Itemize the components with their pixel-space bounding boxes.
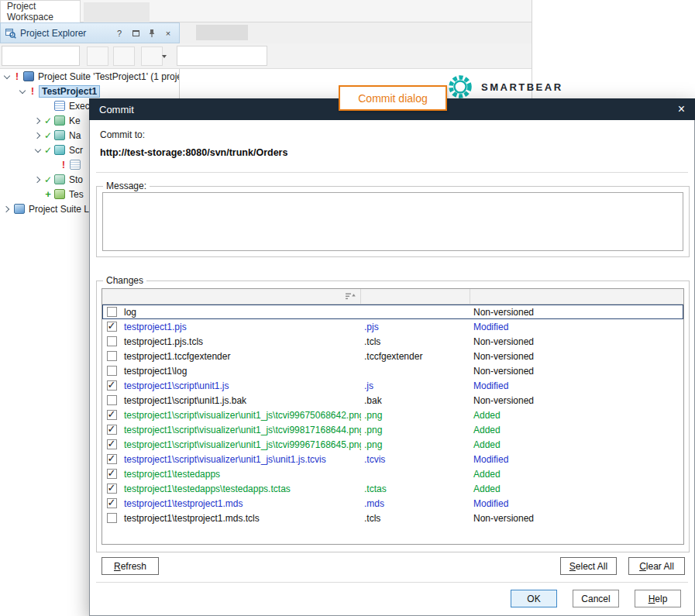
change-row[interactable]: testproject1\testedapps\testedapps.tctas… xyxy=(102,481,683,496)
chevron-icon[interactable] xyxy=(34,146,43,155)
chevron-icon[interactable] xyxy=(50,160,59,170)
change-row[interactable]: testproject1\testproject1.mds.tcls .tcls… xyxy=(102,511,683,525)
column-header-status[interactable] xyxy=(470,289,683,304)
row-status: Added xyxy=(470,469,683,480)
row-filename: testproject1.tccfgextender xyxy=(121,351,361,362)
toolbar-search-box[interactable] xyxy=(177,46,267,66)
chevron-icon[interactable] xyxy=(34,175,43,184)
row-checkbox[interactable] xyxy=(107,395,117,405)
message-group-label: Message: xyxy=(103,181,150,191)
status-badge-icon: ! xyxy=(28,87,37,96)
tab-project-workspace[interactable]: Project Workspace xyxy=(0,0,81,22)
row-extension: .tcls xyxy=(361,513,470,524)
row-checkbox[interactable] xyxy=(107,366,117,376)
tree-item[interactable]: ! Project Suite 'TestProject1' (1 projec xyxy=(0,69,179,84)
row-filename: testproject1\testproject1.mds xyxy=(121,498,361,509)
change-row[interactable]: testproject1\script\visualizer\unit1_js\… xyxy=(102,437,683,452)
row-filename: testproject1\script\visualizer\unit1_js\… xyxy=(121,425,361,435)
status-badge-icon: ✓ xyxy=(43,146,53,155)
change-row[interactable]: testproject1\script\visualizer\unit1_js\… xyxy=(102,422,683,437)
row-checkbox[interactable] xyxy=(107,513,117,523)
annotation-callout: Commit dialog xyxy=(339,85,447,111)
column-header-name[interactable] xyxy=(102,289,361,304)
tree-item-icon xyxy=(14,204,25,214)
row-filename: testproject1\script\unit1.js xyxy=(121,380,361,391)
help-button[interactable]: Help xyxy=(635,590,681,607)
smartbear-logo: SMARTBEAR xyxy=(446,73,563,101)
change-row[interactable]: testproject1\script\visualizer\unit1_js\… xyxy=(102,408,683,422)
toolbar-button[interactable] xyxy=(113,46,135,66)
chevron-icon[interactable] xyxy=(34,131,43,140)
row-checkbox[interactable] xyxy=(107,410,117,420)
commit-dialog: Commit × Commit to: http://test-storage:… xyxy=(89,98,695,616)
change-row[interactable]: log Non-versioned xyxy=(102,305,683,319)
row-extension: .js xyxy=(361,380,470,391)
dialog-close-icon[interactable]: × xyxy=(668,103,685,115)
changes-table: log Non-versioned testproject1.pjs .pjs … xyxy=(101,288,684,545)
row-extension: .tcvis xyxy=(361,454,470,465)
chevron-icon[interactable] xyxy=(34,116,43,126)
change-row[interactable]: testproject1\script\unit1.js .js Modifie… xyxy=(102,378,683,393)
refresh-button[interactable]: Refresh xyxy=(101,557,159,575)
toolbar-button[interactable] xyxy=(141,46,163,66)
pin-icon[interactable] xyxy=(146,27,158,40)
divider xyxy=(96,582,688,583)
screen: Project Workspace Project Explorer ? × xyxy=(0,0,695,616)
change-row[interactable]: testproject1\testproject1.mds .mds Modif… xyxy=(102,496,683,511)
change-row[interactable]: testproject1.pjs .pjs Modified xyxy=(102,319,683,334)
chevron-down-icon[interactable] xyxy=(162,55,167,58)
dialog-title: Commit xyxy=(99,104,134,115)
testcomplete-gear-icon xyxy=(446,73,474,101)
row-filename: log xyxy=(121,307,361,318)
column-header-extension[interactable] xyxy=(361,289,470,304)
toolbar-combo[interactable] xyxy=(2,46,80,66)
inactive-tab[interactable] xyxy=(84,2,150,22)
row-extension: .tccfgextender xyxy=(361,351,470,362)
row-checkbox[interactable] xyxy=(107,484,117,494)
select-all-button[interactable]: Select All xyxy=(560,557,617,575)
tree-item-icon xyxy=(70,160,81,170)
tree-item-icon xyxy=(54,145,65,155)
row-checkbox[interactable] xyxy=(107,425,117,435)
commit-to-label: Commit to: xyxy=(100,129,145,140)
tree-item[interactable]: ! TestProject1 xyxy=(0,84,179,98)
chevron-icon[interactable] xyxy=(34,102,43,111)
row-extension: .tctas xyxy=(361,484,470,494)
row-extension: .mds xyxy=(361,498,470,509)
cancel-button[interactable]: Cancel xyxy=(573,590,619,607)
row-extension: .png xyxy=(361,439,470,450)
row-checkbox[interactable] xyxy=(107,469,117,479)
clear-all-button[interactable]: Clear All xyxy=(628,557,685,575)
change-row[interactable]: testproject1.pjs.tcls .tcls Non-versione… xyxy=(102,334,683,349)
change-row[interactable]: testproject1\testedapps Added xyxy=(102,466,683,481)
float-icon[interactable] xyxy=(129,27,142,40)
row-checkbox[interactable] xyxy=(107,307,117,317)
row-status: Added xyxy=(470,439,683,450)
row-checkbox[interactable] xyxy=(107,351,117,361)
change-row[interactable]: testproject1\script\visualizer\unit1_js\… xyxy=(102,452,683,466)
message-input[interactable] xyxy=(102,192,683,251)
status-badge-icon: ✓ xyxy=(43,116,53,126)
row-checkbox[interactable] xyxy=(107,322,117,332)
change-row[interactable]: testproject1.tccfgextender .tccfgextende… xyxy=(102,349,683,363)
chevron-icon[interactable] xyxy=(19,87,28,96)
chevron-icon[interactable] xyxy=(3,205,12,214)
change-row[interactable]: testproject1\script\unit1.js.bak .bak No… xyxy=(102,393,683,408)
toolbar-button[interactable] xyxy=(87,46,108,66)
row-status: Added xyxy=(470,425,683,435)
row-checkbox[interactable] xyxy=(107,336,117,346)
row-checkbox[interactable] xyxy=(107,380,117,391)
help-icon[interactable]: ? xyxy=(113,27,126,40)
status-badge-icon: ✓ xyxy=(43,131,53,140)
row-checkbox[interactable] xyxy=(107,454,117,464)
chevron-icon[interactable] xyxy=(34,190,43,199)
close-icon[interactable]: × xyxy=(162,27,174,40)
explorer-toolbar xyxy=(0,43,532,69)
chevron-icon[interactable] xyxy=(3,72,12,81)
status-badge-icon: ! xyxy=(12,72,22,81)
row-checkbox[interactable] xyxy=(107,498,117,508)
ok-button[interactable]: OK xyxy=(511,590,557,607)
row-extension: .pjs xyxy=(361,322,470,332)
row-checkbox[interactable] xyxy=(107,439,117,449)
change-row[interactable]: testproject1\log Non-versioned xyxy=(102,363,683,378)
